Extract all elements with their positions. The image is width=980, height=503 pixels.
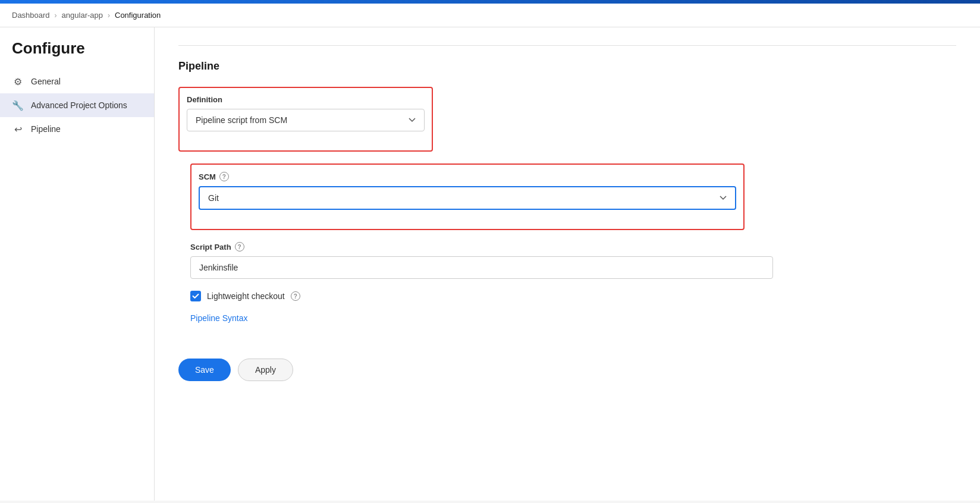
script-path-help-icon[interactable]: ? — [235, 242, 244, 252]
indent-section: SCM ? None Git Subversion — [190, 164, 773, 347]
sidebar-item-pipeline[interactable]: ↩ Pipeline — [0, 117, 154, 141]
lightweight-checkout-help-icon[interactable]: ? — [291, 291, 300, 301]
breadcrumb-angular-app[interactable]: angular-app — [62, 11, 103, 20]
breadcrumb-chevron-2: › — [108, 11, 110, 20]
breadcrumb-chevron-1: › — [55, 11, 57, 20]
section-title: Pipeline — [178, 60, 773, 73]
scm-help-icon[interactable]: ? — [219, 172, 229, 181]
apply-button[interactable]: Apply — [238, 359, 293, 381]
lightweight-checkout-row: Lightweight checkout ? — [190, 291, 773, 301]
definition-highlight-box: Definition Pipeline script Pipeline scri… — [178, 87, 433, 152]
scm-highlight-box: SCM ? None Git Subversion — [190, 164, 745, 230]
sidebar-item-general[interactable]: ⚙ General — [0, 70, 154, 93]
sidebar-item-label-pipeline: Pipeline — [31, 124, 61, 134]
divider — [178, 45, 956, 46]
sidebar-item-advanced-project-options[interactable]: 🔧 Advanced Project Options — [0, 93, 154, 117]
checkmark-icon — [192, 293, 199, 300]
scm-label: SCM ? — [199, 172, 736, 181]
breadcrumb-dashboard[interactable]: Dashboard — [12, 11, 50, 20]
form-section: Pipeline Definition Pipeline script Pipe… — [178, 60, 773, 381]
sidebar-item-label-advanced: Advanced Project Options — [31, 100, 127, 110]
save-button[interactable]: Save — [178, 359, 231, 381]
scm-select[interactable]: None Git Subversion — [200, 187, 735, 209]
scm-select-wrapper: None Git Subversion — [199, 186, 736, 210]
sidebar: Configure ⚙ General 🔧 Advanced Project O… — [0, 27, 155, 501]
button-row: Save Apply — [178, 359, 773, 381]
script-path-field-group: Script Path ? — [190, 242, 773, 279]
breadcrumb: Dashboard › angular-app › Configuration — [0, 4, 980, 27]
pipeline-syntax-link[interactable]: Pipeline Syntax — [190, 313, 248, 323]
main-content: Pipeline Definition Pipeline script Pipe… — [155, 27, 980, 501]
wrench-icon: 🔧 — [12, 99, 24, 111]
script-path-label: Script Path ? — [190, 242, 773, 252]
pipeline-icon: ↩ — [12, 123, 24, 135]
definition-select[interactable]: Pipeline script Pipeline script from SCM — [187, 109, 425, 131]
lightweight-checkout-checkbox[interactable] — [190, 291, 201, 301]
definition-label: Definition — [187, 95, 425, 104]
gear-icon: ⚙ — [12, 76, 24, 87]
page-title: Configure — [0, 39, 154, 70]
script-path-input[interactable] — [190, 256, 773, 279]
definition-field-group: Definition Pipeline script Pipeline scri… — [187, 95, 425, 131]
sidebar-item-label-general: General — [31, 77, 61, 86]
breadcrumb-configuration: Configuration — [115, 11, 161, 20]
scm-field-group: SCM ? None Git Subversion — [199, 172, 736, 210]
lightweight-checkout-label: Lightweight checkout — [207, 291, 285, 301]
